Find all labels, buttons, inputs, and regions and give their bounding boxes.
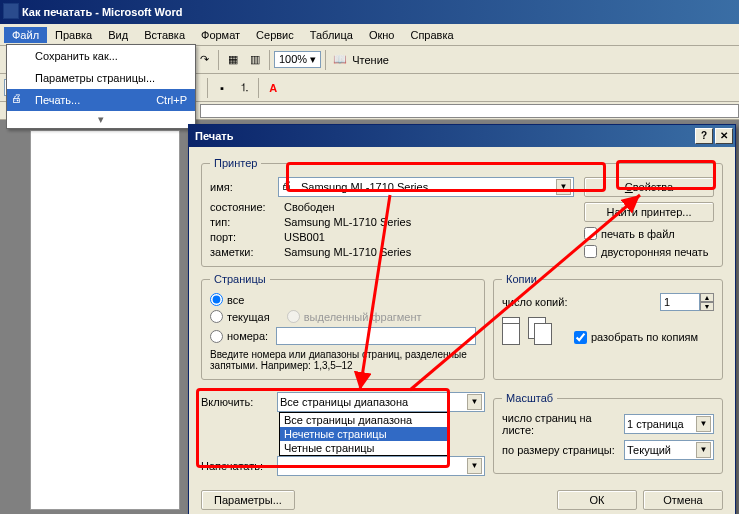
menu-window[interactable]: Окно [361, 27, 403, 43]
scale-to-dropdown[interactable]: Текущий ▼ [624, 440, 714, 460]
options-button[interactable]: Параметры... [201, 490, 295, 510]
chevron-down-icon: ▼ [467, 394, 482, 410]
pps-value: 1 страница [627, 418, 684, 430]
properties-button[interactable]: Свойства [584, 177, 714, 197]
dialog-close-button[interactable]: ✕ [715, 128, 733, 144]
type-label: тип: [210, 216, 284, 228]
printer-groupbox: Принтер имя: 🖨 Samsung ML-1710 Series ▼ … [201, 157, 723, 267]
include-dropdown-list: Все страницы диапазона Нечетные страницы… [279, 412, 449, 456]
chevron-down-icon: ▼ [696, 416, 711, 432]
include-option-even[interactable]: Четные страницы [280, 441, 448, 455]
pages-current-radio[interactable] [210, 310, 223, 323]
copies-legend: Копии [502, 273, 541, 285]
copies-input[interactable] [660, 293, 700, 311]
zoom-dropdown[interactable]: 100% ▾ [274, 51, 321, 68]
chevron-down-icon: ▼ [696, 442, 711, 458]
menu-format[interactable]: Формат [193, 27, 248, 43]
pages-numbers-radio[interactable] [210, 330, 223, 343]
dialog-title-bar[interactable]: Печать ? ✕ [189, 125, 735, 147]
pages-numbers-label: номера: [227, 330, 268, 342]
status-value: Свободен [284, 201, 574, 213]
file-menu-page-setup[interactable]: Параметры страницы... [7, 67, 195, 89]
pages-numbers-input[interactable] [276, 327, 476, 345]
columns-icon[interactable]: ▥ [245, 50, 265, 70]
reading-label[interactable]: Чтение [352, 54, 389, 66]
include-option-odd[interactable]: Нечетные страницы [280, 427, 448, 441]
scale-groupbox: Масштаб число страниц на листе: 1 страни… [493, 392, 723, 474]
printer-name-value: Samsung ML-1710 Series [301, 181, 428, 193]
include-value: Все страницы диапазона [280, 396, 408, 408]
copies-label: число копий: [502, 296, 567, 308]
redo-icon[interactable]: ↷ [194, 50, 214, 70]
bullets-icon[interactable]: ▪ [212, 78, 232, 98]
pages-groupbox: Страницы все текущая выделенный фрагмент… [201, 273, 485, 380]
menu-help[interactable]: Справка [402, 27, 461, 43]
word-app-icon [3, 3, 19, 19]
collate-checkbox[interactable] [574, 331, 587, 344]
menu-file[interactable]: Файл [4, 27, 47, 43]
pages-selection-radio [287, 310, 300, 323]
document-page[interactable] [30, 130, 180, 510]
chevron-down-icon: ▼ [556, 179, 571, 195]
file-menu-print[interactable]: 🖨 Печать... Ctrl+P [7, 89, 195, 111]
find-printer-button[interactable]: Найти принтер... [584, 202, 714, 222]
page-setup-label: Параметры страницы... [35, 72, 155, 84]
file-menu-save-as[interactable]: Сохранить как... [7, 45, 195, 67]
chevron-down-icon: ▼ [467, 458, 482, 474]
include-option-all[interactable]: Все страницы диапазона [280, 413, 448, 427]
pages-current-label: текущая [227, 311, 270, 323]
status-label: состояние: [210, 201, 284, 213]
scale-legend: Масштаб [502, 392, 557, 404]
pages-selection-label: выделенный фрагмент [304, 311, 422, 323]
pages-legend: Страницы [210, 273, 270, 285]
menu-bar: Файл Правка Вид Вставка Формат Сервис Та… [0, 24, 739, 46]
pages-all-radio[interactable] [210, 293, 223, 306]
dialog-title: Печать [195, 125, 233, 147]
print-label: Печать... [35, 94, 80, 106]
print-what-dropdown[interactable]: ▼ [277, 456, 485, 476]
menu-edit[interactable]: Правка [47, 27, 100, 43]
menu-service[interactable]: Сервис [248, 27, 302, 43]
notes-value: Samsung ML-1710 Series [284, 246, 574, 258]
pps-dropdown[interactable]: 1 страница ▼ [624, 414, 714, 434]
printer-name-dropdown[interactable]: 🖨 Samsung ML-1710 Series ▼ [278, 177, 574, 197]
duplex-checkbox[interactable] [584, 245, 597, 258]
duplex-label: двусторонняя печать [601, 246, 708, 258]
pages-hint: Введите номера или диапазоны страниц, ра… [210, 349, 476, 371]
include-dropdown[interactable]: Все страницы диапазона ▼ [277, 392, 485, 412]
port-value: USB001 [284, 231, 574, 243]
ok-button[interactable]: ОК [557, 490, 637, 510]
dialog-help-button[interactable]: ? [695, 128, 713, 144]
print-to-file-checkbox[interactable] [584, 227, 597, 240]
file-dropdown-menu: Сохранить как... Параметры страницы... 🖨… [6, 44, 196, 129]
save-as-label: Сохранить как... [35, 50, 118, 62]
print-what-label: Напечатать: [201, 460, 277, 472]
printer-name-label: имя: [210, 181, 278, 193]
printer-small-icon: 🖨 [281, 179, 297, 195]
window-title: Как печатать - Microsoft Word [22, 6, 182, 18]
printer-icon: 🖨 [11, 92, 27, 108]
reading-icon[interactable]: 📖 [330, 50, 350, 70]
collate-illustration [502, 317, 562, 357]
print-dialog: Печать ? ✕ Принтер имя: 🖨 Samsung ML-171… [188, 124, 736, 514]
print-shortcut: Ctrl+P [156, 94, 187, 106]
include-label: Включить: [201, 396, 277, 408]
scale-to-label: по размеру страницы: [502, 444, 624, 456]
font-color-icon[interactable]: A [263, 78, 283, 98]
print-to-file-label: печать в файл [601, 228, 675, 240]
menu-view[interactable]: Вид [100, 27, 136, 43]
copies-groupbox: Копии число копий: ▲ ▼ [493, 273, 723, 380]
title-bar: Как печатать - Microsoft Word [0, 0, 739, 24]
menu-expand-icon[interactable]: ▾ [7, 111, 195, 128]
copies-down-icon[interactable]: ▼ [700, 302, 714, 311]
collate-label: разобрать по копиям [591, 331, 698, 343]
cancel-button[interactable]: Отмена [643, 490, 723, 510]
pages-all-label: все [227, 294, 244, 306]
notes-label: заметки: [210, 246, 284, 258]
menu-table[interactable]: Таблица [302, 27, 361, 43]
numbering-icon[interactable]: ⒈ [234, 78, 254, 98]
scale-to-value: Текущий [627, 444, 671, 456]
table-icon[interactable]: ▦ [223, 50, 243, 70]
menu-insert[interactable]: Вставка [136, 27, 193, 43]
copies-up-icon[interactable]: ▲ [700, 293, 714, 302]
